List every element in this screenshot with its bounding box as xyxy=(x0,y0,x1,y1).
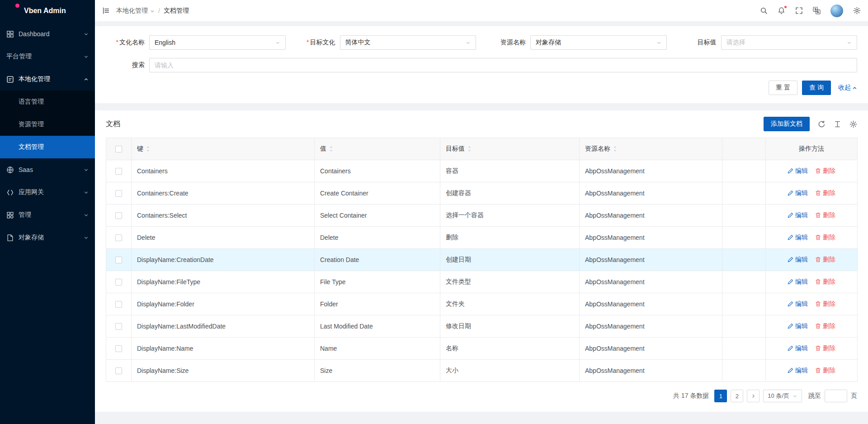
page-size-select[interactable]: 10 条/页 xyxy=(763,390,802,402)
delete-button[interactable]: 删除 xyxy=(815,256,835,264)
sort-icon[interactable] xyxy=(329,146,333,152)
edit-button[interactable]: 编辑 xyxy=(788,367,808,375)
settings-gear-icon[interactable] xyxy=(853,7,861,14)
delete-button[interactable]: 删除 xyxy=(815,367,835,375)
row-checkbox[interactable] xyxy=(115,323,122,330)
delete-button[interactable]: 删除 xyxy=(815,211,835,219)
row-height-icon[interactable] xyxy=(834,120,841,128)
edit-label: 编辑 xyxy=(795,322,808,330)
row-checkbox[interactable] xyxy=(115,168,122,175)
edit-button[interactable]: 编辑 xyxy=(788,211,808,219)
breadcrumb-separator: / xyxy=(158,7,160,14)
sort-icon[interactable] xyxy=(613,146,617,152)
reset-button[interactable]: 重 置 xyxy=(769,81,797,95)
edit-button[interactable]: 编辑 xyxy=(788,233,808,242)
delete-button[interactable]: 删除 xyxy=(815,167,835,175)
delete-label: 删除 xyxy=(823,233,835,242)
menu-fold-icon[interactable] xyxy=(102,7,110,14)
cell-blank xyxy=(722,293,766,315)
delete-button[interactable]: 删除 xyxy=(815,344,835,353)
sidebar-item-saas[interactable]: Saas xyxy=(0,158,95,181)
sort-icon[interactable] xyxy=(467,146,472,152)
cell-resource-name: AbpOssManagement xyxy=(580,205,722,227)
next-page-button[interactable] xyxy=(747,390,760,402)
select-all-checkbox[interactable] xyxy=(115,146,122,152)
fullscreen-icon[interactable] xyxy=(795,7,803,14)
cell-value: Folder xyxy=(315,293,440,315)
column-label: 目标值 xyxy=(446,145,465,153)
cell-target-value: 大小 xyxy=(440,360,580,382)
add-document-button[interactable]: 添加新文档 xyxy=(764,117,810,131)
delete-label: 删除 xyxy=(823,167,835,175)
saas-icon xyxy=(6,166,14,174)
sidebar-item-management[interactable]: 管理 xyxy=(0,204,95,226)
edit-button[interactable]: 编辑 xyxy=(788,167,808,175)
delete-label: 删除 xyxy=(823,300,835,308)
sidebar-subitem-language[interactable]: 语言管理 xyxy=(0,91,95,113)
row-checkbox[interactable] xyxy=(115,367,122,374)
delete-button[interactable]: 删除 xyxy=(815,233,835,242)
column-label: 值 xyxy=(320,145,326,153)
column-header-actions: 操作方法 xyxy=(766,138,858,160)
refresh-icon[interactable] xyxy=(818,120,826,128)
chevron-down-icon xyxy=(84,54,89,59)
edit-label: 编辑 xyxy=(795,278,808,286)
row-select-cell xyxy=(106,205,132,227)
cell-resource-name: AbpOssManagement xyxy=(580,160,722,182)
delete-button[interactable]: 删除 xyxy=(815,278,835,286)
delete-button[interactable]: 删除 xyxy=(815,322,835,330)
field-label: *目标文化 xyxy=(297,38,340,47)
culture-name-select[interactable]: English xyxy=(149,35,286,50)
logo-icon xyxy=(6,4,19,18)
edit-button[interactable]: 编辑 xyxy=(788,256,808,264)
row-checkbox[interactable] xyxy=(115,234,122,241)
required-asterisk: * xyxy=(116,38,118,46)
table-row: DisplayName:FolderFolder文件夹AbpOssManagem… xyxy=(106,293,858,315)
row-checkbox[interactable] xyxy=(115,301,122,308)
bell-icon[interactable] xyxy=(778,7,785,14)
column-header-key[interactable]: 键 xyxy=(132,138,315,160)
edit-button[interactable]: 编辑 xyxy=(788,344,808,353)
edit-button[interactable]: 编辑 xyxy=(788,278,808,286)
sidebar-item-dashboard[interactable]: Dashboard xyxy=(0,23,95,45)
row-checkbox[interactable] xyxy=(115,212,122,219)
row-checkbox[interactable] xyxy=(115,190,122,197)
sidebar-subitem-resource[interactable]: 资源管理 xyxy=(0,113,95,136)
avatar[interactable] xyxy=(830,5,843,17)
row-checkbox[interactable] xyxy=(115,279,122,286)
sidebar-item-storage[interactable]: 对象存储 xyxy=(0,226,95,249)
edit-button[interactable]: 编辑 xyxy=(788,322,808,330)
sidebar-item-platform[interactable]: 平台管理 xyxy=(0,45,95,68)
translate-icon[interactable] xyxy=(813,7,821,14)
sidebar-subitem-document[interactable]: 文档管理 xyxy=(0,136,95,158)
page-button-1[interactable]: 1 xyxy=(714,390,727,402)
page-button-2[interactable]: 2 xyxy=(731,390,743,402)
sidebar-item-gateway[interactable]: 应用网关 xyxy=(0,181,95,204)
sidebar-item-localization[interactable]: 本地化管理 xyxy=(0,68,95,91)
edit-button[interactable]: 编辑 xyxy=(788,300,808,308)
row-select-cell xyxy=(106,360,132,382)
jump-page-input[interactable] xyxy=(825,390,847,402)
cell-key: Containers:Select xyxy=(132,205,315,227)
search-input[interactable] xyxy=(149,58,857,72)
column-header-resource[interactable]: 资源名称 xyxy=(580,138,722,160)
cell-target-value: 容器 xyxy=(440,160,580,182)
row-checkbox[interactable] xyxy=(115,345,122,352)
breadcrumb-parent[interactable]: 本地化管理 xyxy=(116,7,148,15)
row-checkbox[interactable] xyxy=(115,257,122,263)
search-icon[interactable] xyxy=(760,7,768,14)
column-header-value[interactable]: 值 xyxy=(315,138,440,160)
delete-button[interactable]: 删除 xyxy=(815,300,835,308)
delete-button[interactable]: 删除 xyxy=(815,189,835,197)
column-settings-gear-icon[interactable] xyxy=(849,120,857,128)
logo[interactable]: Vben Admin xyxy=(0,0,95,22)
collapse-link[interactable]: 收起 xyxy=(838,84,857,92)
sort-icon[interactable] xyxy=(146,146,150,152)
query-button[interactable]: 查 询 xyxy=(802,81,831,95)
column-header-target[interactable]: 目标值 xyxy=(440,138,580,160)
target-value-select[interactable]: 请选择 xyxy=(721,35,858,50)
edit-button[interactable]: 编辑 xyxy=(788,189,808,197)
sidebar: Vben Admin Dashboard平台管理本地化管理语言管理资源管理文档管… xyxy=(0,0,95,424)
target-culture-select[interactable]: 简体中文 xyxy=(340,35,476,50)
resource-name-select[interactable]: 对象存储 xyxy=(530,35,667,50)
